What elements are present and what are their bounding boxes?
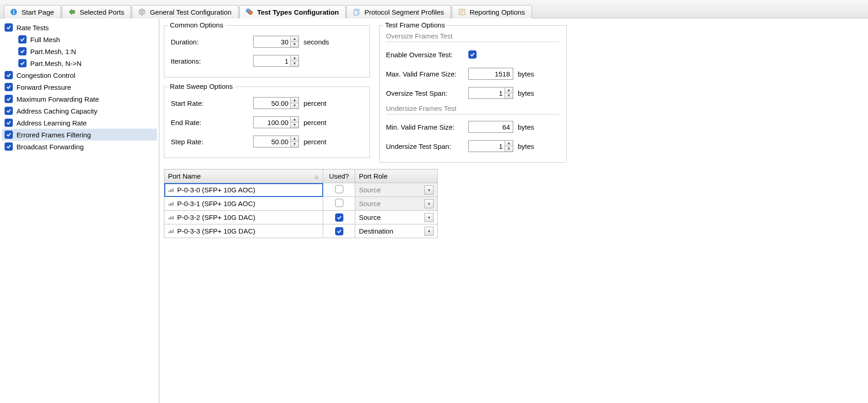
tree-item[interactable]: Congestion Control — [2, 69, 157, 81]
used-checkbox[interactable] — [335, 227, 343, 235]
dropdown-icon[interactable]: ▾ — [424, 185, 434, 195]
iterations-label: Iterations: — [171, 57, 253, 65]
port-name-text: P-0-3-1 (SFP+ 10G AOC) — [177, 200, 255, 207]
tree-item[interactable]: Part.Mesh, N->N — [2, 57, 157, 69]
spin-up-icon[interactable]: ▲ — [505, 141, 513, 147]
spin-up-icon[interactable]: ▲ — [291, 55, 298, 61]
tree-item-label: Address Learning Rate — [16, 119, 87, 127]
boxes-icon — [245, 8, 254, 16]
spin-down-icon[interactable]: ▼ — [291, 123, 298, 128]
tree-item-label: Rate Tests — [16, 24, 49, 32]
duration-input[interactable]: ▲▼ — [253, 36, 299, 48]
spin-down-icon[interactable]: ▼ — [291, 142, 298, 147]
tab-test-types[interactable]: Test Types Configuration — [239, 5, 346, 18]
svg-rect-4 — [354, 10, 358, 15]
col-port-role[interactable]: Port Role — [355, 169, 438, 183]
spin-up-icon[interactable]: ▲ — [291, 36, 298, 42]
duration-field[interactable] — [254, 36, 290, 47]
max-frame-input[interactable] — [468, 68, 513, 80]
undersize-span-label: Undersize Test Span: — [386, 142, 468, 150]
tab-protocol-profiles[interactable]: Protocol Segment Profiles — [347, 5, 450, 18]
oversize-span-input[interactable]: ▲▼ — [468, 87, 513, 99]
start-rate-input[interactable]: ▲▼ — [253, 97, 299, 109]
svg-rect-13 — [168, 204, 169, 206]
min-frame-unit: bytes — [518, 123, 545, 131]
used-checkbox[interactable] — [335, 185, 343, 193]
table-row[interactable]: P-0-3-1 (SFP+ 10G AOC)Source▾ — [164, 197, 438, 211]
spin-up-icon[interactable]: ▲ — [291, 136, 298, 142]
dropdown-icon[interactable]: ▾ — [424, 227, 434, 236]
tree-item[interactable]: Rate Tests — [2, 22, 157, 33]
divider — [386, 42, 560, 42]
step-rate-unit: percent — [304, 138, 331, 146]
spin-up-icon[interactable]: ▲ — [505, 87, 513, 93]
tree-item[interactable]: Part.Mesh, 1:N — [2, 45, 157, 57]
check-icon[interactable] — [18, 47, 27, 55]
check-icon[interactable] — [5, 119, 13, 127]
col-port-name[interactable]: Port Name△ — [164, 169, 323, 183]
check-icon[interactable] — [5, 23, 13, 32]
spin-up-icon[interactable]: ▲ — [291, 117, 298, 123]
port-role-text: Source — [359, 200, 381, 207]
tree-item[interactable]: Broadcast Forwarding — [2, 141, 157, 152]
port-icon — [168, 201, 174, 206]
used-checkbox[interactable] — [335, 213, 343, 222]
spin-down-icon[interactable]: ▼ — [291, 61, 298, 67]
tab-reporting[interactable]: Reporting Options — [452, 5, 532, 18]
enable-oversize-checkbox[interactable] — [468, 50, 477, 59]
table-row[interactable]: P-0-3-2 (SFP+ 10G DAC)Source▾ — [164, 211, 438, 224]
check-icon[interactable] — [18, 35, 27, 44]
dropdown-icon[interactable]: ▾ — [424, 213, 434, 222]
dropdown-icon[interactable]: ▾ — [424, 199, 434, 208]
svg-rect-9 — [168, 191, 169, 192]
tab-start-page[interactable]: Start Page — [4, 5, 61, 18]
min-frame-input[interactable] — [468, 121, 513, 133]
col-used[interactable]: Used? — [323, 169, 355, 183]
tree-item[interactable]: Forward Pressure — [2, 81, 157, 93]
docs-icon — [353, 8, 361, 16]
check-icon[interactable] — [5, 83, 13, 91]
end-rate-input[interactable]: ▲▼ — [253, 116, 299, 128]
svg-rect-10 — [170, 189, 171, 192]
check-icon[interactable] — [5, 107, 13, 115]
tab-label: Protocol Segment Profiles — [364, 8, 444, 16]
tree-item[interactable]: Address Caching Capacity — [2, 105, 157, 117]
used-checkbox[interactable] — [335, 199, 343, 207]
tree-item-label: Errored Frames Filtering — [16, 131, 91, 139]
spin-down-icon[interactable]: ▼ — [505, 93, 513, 99]
port-name-text: P-0-3-0 (SFP+ 10G AOC) — [177, 186, 255, 194]
check-icon[interactable] — [5, 71, 13, 79]
spin-down-icon[interactable]: ▼ — [291, 42, 298, 48]
config-panel: Common Options Duration: ▲▼ seconds Iter — [159, 19, 868, 403]
port-role-text: Source — [359, 186, 381, 194]
tab-label: Start Page — [22, 8, 54, 16]
tab-general-config[interactable]: General Test Configuration — [132, 5, 238, 18]
end-rate-label: End Rate: — [171, 119, 253, 126]
iterations-input[interactable]: ▲▼ — [253, 55, 299, 67]
tab-selected-ports[interactable]: Selected Ports — [62, 5, 131, 18]
content-area: Rate TestsFull MeshPart.Mesh, 1:NPart.Me… — [0, 18, 868, 403]
svg-rect-24 — [173, 229, 174, 233]
tree-item[interactable]: Address Learning Rate — [2, 117, 157, 129]
spin-down-icon[interactable]: ▼ — [505, 147, 513, 152]
tree-item[interactable]: Errored Frames Filtering — [2, 129, 157, 141]
spin-down-icon[interactable]: ▼ — [291, 103, 298, 109]
tree-item-label: Address Caching Capacity — [16, 107, 98, 115]
check-icon[interactable] — [5, 95, 13, 103]
oversize-span-unit: bytes — [518, 89, 545, 97]
spin-up-icon[interactable]: ▲ — [291, 98, 298, 103]
tree-item[interactable]: Full Mesh — [2, 33, 157, 45]
tree-item[interactable]: Maximum Forwarding Rate — [2, 93, 157, 105]
table-row[interactable]: P-0-3-0 (SFP+ 10G AOC)Source▾ — [164, 183, 438, 197]
check-icon[interactable] — [5, 142, 13, 151]
undersize-span-input[interactable]: ▲▼ — [468, 140, 513, 152]
check-icon[interactable] — [18, 59, 27, 67]
check-icon[interactable] — [5, 131, 13, 139]
port-role-text: Destination — [359, 227, 393, 235]
table-row[interactable]: P-0-3-3 (SFP+ 10G DAC)Destination▾ — [164, 224, 438, 238]
svg-rect-15 — [171, 203, 172, 206]
step-rate-input[interactable]: ▲▼ — [253, 136, 299, 147]
start-rate-unit: percent — [304, 99, 331, 107]
iterations-field[interactable] — [254, 55, 290, 66]
port-icon — [168, 187, 174, 192]
